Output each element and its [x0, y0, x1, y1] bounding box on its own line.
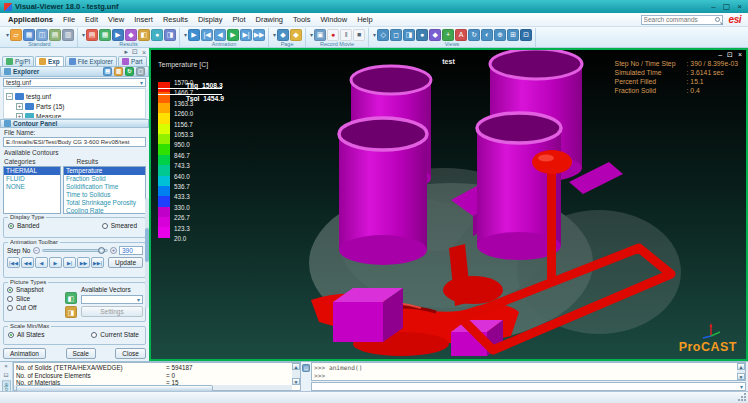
close-panel-button[interactable]: Close	[115, 348, 146, 359]
viewport-minimize-icon[interactable]: –	[718, 51, 722, 59]
picture-type-option[interactable]: Slice	[7, 295, 61, 302]
shell-vertical-scrollbar[interactable]: ▲▼	[737, 363, 745, 380]
annotation-icon[interactable]: A	[455, 29, 467, 41]
step-decrement-icon[interactable]: −	[33, 247, 40, 254]
fit-view-icon[interactable]: ⊡	[520, 29, 532, 41]
console-close-icon[interactable]: ×	[4, 363, 8, 369]
step-slider[interactable]	[42, 249, 109, 252]
result-item[interactable]: Time to Solidus	[64, 191, 145, 199]
panel-tab[interactable]: Pg/Pl	[2, 56, 34, 66]
slice-tool-icon[interactable]: ◧	[65, 292, 77, 304]
category-item[interactable]: FLUID	[4, 175, 60, 183]
tree-filter-icon[interactable]: ▤	[103, 67, 112, 76]
shell-icon[interactable]: ▤	[302, 364, 310, 372]
save-icon[interactable]: ▦	[23, 29, 35, 41]
open-file-icon[interactable]: ▱	[10, 29, 22, 41]
stop-icon[interactable]: ■	[353, 29, 365, 41]
console-output[interactable]: No. of Solids (TETRA/HEXA/WEDGE)= 594187…	[13, 362, 301, 391]
tree-item-root[interactable]: − testg.unf	[6, 91, 143, 101]
menu-item[interactable]: Results	[158, 15, 193, 24]
group-overflow-icon[interactable]: ▾	[5, 31, 9, 38]
rotate-view-icon[interactable]: ↻	[468, 29, 480, 41]
playback-button[interactable]: ▶|	[63, 257, 76, 268]
chevron-down-icon[interactable]: ▾	[140, 79, 143, 86]
shell-input-row[interactable]: ▾	[311, 382, 746, 391]
result-item[interactable]: Cooling Rate	[64, 207, 145, 214]
expand-icon[interactable]: +	[16, 103, 23, 110]
dock-close-icon[interactable]: ×	[142, 49, 146, 56]
result-item[interactable]: Fraction Solid	[64, 175, 145, 183]
next-page-icon[interactable]: ◆	[290, 29, 302, 41]
settings-button[interactable]: Settings	[81, 306, 143, 317]
animation-panel-icon[interactable]: ▶	[188, 29, 200, 41]
model-file-combobox[interactable]: testg.unf ▾	[3, 78, 146, 87]
menu-item[interactable]: File	[58, 15, 80, 24]
refresh-icon[interactable]: ↻	[125, 67, 134, 76]
playback-button[interactable]: |◀◀	[7, 257, 20, 268]
radio-icon[interactable]	[7, 287, 13, 293]
axes-icon[interactable]: +	[442, 29, 454, 41]
menu-item[interactable]: Drawing	[250, 15, 288, 24]
iso-view-icon[interactable]: ◇	[377, 29, 389, 41]
record-icon[interactable]: ●	[327, 29, 339, 41]
slider-thumb[interactable]	[98, 247, 105, 254]
console-horizontal-scrollbar[interactable]	[14, 385, 292, 390]
group-overflow-icon[interactable]: ▾	[81, 31, 85, 38]
zoom-window-icon[interactable]: ⊞	[507, 29, 519, 41]
next-frame-icon[interactable]: ▶|	[240, 29, 252, 41]
group-overflow-icon[interactable]: ▾	[183, 31, 187, 38]
playback-button[interactable]: ▶▶	[77, 257, 90, 268]
category-item[interactable]: THERMAL	[4, 167, 60, 175]
playback-button[interactable]: ▶	[49, 257, 62, 268]
category-item[interactable]: NONE	[4, 183, 60, 191]
console-vertical-scrollbar[interactable]: ▲▼	[292, 363, 300, 385]
group-overflow-icon[interactable]: ▾	[272, 31, 276, 38]
sort-icon[interactable]: ▥	[114, 67, 123, 76]
scale-option[interactable]: Current State	[91, 331, 139, 338]
fringe-plot-icon[interactable]: ▦	[99, 29, 111, 41]
result-item[interactable]: Temperature	[64, 167, 145, 175]
animation-button[interactable]: Animation	[3, 348, 46, 359]
menu-item[interactable]: Window	[316, 15, 353, 24]
menu-item[interactable]: View	[103, 15, 129, 24]
menu-item[interactable]: Tools	[288, 15, 316, 24]
playback-button[interactable]: ◀	[35, 257, 48, 268]
picture-type-option[interactable]: Cut Off	[7, 304, 61, 311]
radio-icon[interactable]	[8, 223, 14, 229]
step-value-field[interactable]	[119, 246, 143, 255]
menu-item[interactable]: Plot	[228, 15, 251, 24]
pause-icon[interactable]: ‖	[340, 29, 352, 41]
display-type-option[interactable]: Banded	[8, 222, 39, 229]
radio-icon[interactable]	[7, 296, 13, 302]
collapse-icon[interactable]: −	[6, 93, 13, 100]
dock-float-icon[interactable]: ⊡	[132, 48, 138, 56]
dock-pin-icon[interactable]: ▸	[125, 48, 129, 56]
picture-type-option[interactable]: Snapshot	[7, 286, 61, 293]
render-mode-icon[interactable]: ◆	[429, 29, 441, 41]
playback-button[interactable]: ◀◀	[21, 257, 34, 268]
cut-section-icon[interactable]: ◧	[138, 29, 150, 41]
print-icon[interactable]: ▥	[62, 29, 74, 41]
perspective-icon[interactable]: ●	[416, 29, 428, 41]
scale-option[interactable]: All States	[8, 331, 44, 338]
zoom-in-icon[interactable]: ⊕	[494, 29, 506, 41]
menu-item[interactable]: Display	[193, 15, 228, 24]
playback-button[interactable]: ▶▶|	[91, 257, 104, 268]
panel-tab[interactable]: File Explorer	[65, 56, 117, 66]
first-frame-icon[interactable]: |◀	[201, 29, 213, 41]
tree-item-parts[interactable]: + Parts (15)	[6, 101, 143, 111]
copy-icon[interactable]: ◫	[36, 29, 48, 41]
update-button[interactable]: Update	[108, 257, 143, 268]
contour-icon[interactable]: ▤	[86, 29, 98, 41]
last-frame-icon[interactable]: ▶▶	[253, 29, 265, 41]
result-item[interactable]: Total Shrinkage Porosity	[64, 199, 145, 207]
vectors-combobox[interactable]: ▾	[81, 295, 143, 304]
viewport-restore-icon[interactable]: ⊡	[727, 51, 733, 59]
vector-plot-icon[interactable]: ▶	[112, 29, 124, 41]
orbit-view-icon[interactable]: ◐	[481, 29, 493, 41]
viewport-close-icon[interactable]: ×	[738, 51, 742, 59]
side-view-icon[interactable]: ◨	[403, 29, 415, 41]
iso-surface-icon[interactable]: ◆	[125, 29, 137, 41]
chevron-down-icon[interactable]: ▾	[738, 383, 745, 390]
menu-item[interactable]: Applications	[3, 15, 58, 24]
